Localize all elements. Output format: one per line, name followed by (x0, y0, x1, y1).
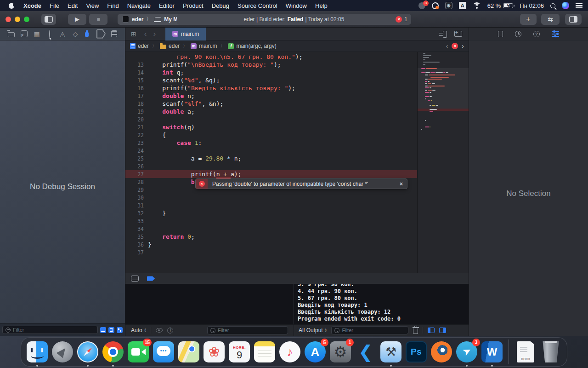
dock-docx-file[interactable]: DOCX (514, 340, 537, 363)
editor-layout-button[interactable]: ⇆ (541, 14, 560, 25)
forward-button[interactable]: › (150, 30, 159, 38)
error-annotation[interactable]: × Passing 'double' to parameter of incom… (195, 178, 407, 189)
show-variables-pane-icon[interactable] (428, 328, 435, 333)
dock-launchpad[interactable] (51, 340, 74, 363)
camera-lens-icon[interactable] (432, 2, 439, 9)
variables-view[interactable] (125, 284, 294, 324)
code-line-30[interactable]: 30 (125, 194, 417, 201)
navigator-tab-source-control[interactable] (19, 29, 28, 39)
wifi-icon[interactable] (473, 2, 481, 9)
code-line-26[interactable]: 26 (125, 162, 417, 170)
apple-menu-icon[interactable] (8, 2, 15, 9)
attributes-inspector-icon[interactable] (552, 31, 559, 37)
input-source-icon[interactable]: A (459, 2, 466, 9)
app-notification-icon[interactable]: 3 (418, 2, 425, 9)
siri-icon[interactable] (562, 2, 569, 9)
code-line-22[interactable]: 22{ (125, 131, 417, 139)
issue-badge-icon[interactable]: × (452, 43, 458, 49)
battery-icon[interactable]: 62 %ϟ (487, 2, 514, 9)
code-line-21[interactable]: 21switch(q) (125, 123, 417, 131)
zoom-window-button[interactable] (24, 17, 29, 22)
error-badge-icon[interactable]: × (396, 16, 402, 23)
variables-scope-dropdown[interactable]: Auto ∧∨ (131, 327, 146, 334)
dock-photos[interactable]: ❀ (203, 340, 226, 363)
dock-xcode[interactable]: ⚒ (379, 340, 402, 363)
menu-item-help[interactable]: Help (311, 2, 332, 9)
activity-status[interactable]: eder | Build eder: Failed | Today at 02:… (177, 14, 411, 25)
variables-filter-input[interactable]: Filter (207, 326, 288, 334)
code-line-35[interactable]: 35return 0; (125, 233, 417, 241)
dock-blender[interactable] (430, 340, 453, 363)
source-editor[interactable]: грн. 90 коп.\n5. 67 грн. 80 коп.");13pri… (125, 52, 469, 273)
menu-item-xcode[interactable]: Xcode (19, 2, 45, 9)
console-view[interactable]: 3. 9 грн. 98 коп.4. 44 грн. 90 коп.5. 67… (294, 284, 469, 324)
navigator-tab-tests[interactable] (71, 29, 80, 39)
navigator-tab-find[interactable] (45, 29, 54, 39)
navigator-tab-debug[interactable] (84, 29, 93, 39)
code-line-34[interactable]: 34 (125, 225, 417, 233)
code-line-25[interactable]: 25a = 29.80 * n; (125, 155, 417, 162)
menu-item-debug[interactable]: Debug (208, 2, 233, 9)
dock-calendar[interactable]: НОЯБ.9 (228, 340, 251, 363)
dock-safari[interactable] (76, 340, 99, 363)
library-button[interactable]: + (520, 14, 537, 25)
menu-item-product[interactable]: Product (179, 2, 208, 9)
clock-icon[interactable]: Пн 02:06 (520, 2, 544, 9)
breakpoints-enabled-icon[interactable] (147, 276, 155, 282)
dock-settings[interactable]: ⚙1 (329, 340, 352, 363)
prev-issue-button[interactable]: ‹ (446, 42, 448, 50)
breadcrumb-item-main-argc-argv-[interactable]: fmain(argc, argv) (228, 43, 276, 49)
dock-vscode[interactable]: ❮ (354, 340, 377, 363)
code-line-19[interactable]: 19double a; (125, 108, 417, 115)
dock-debug-grid-toggle[interactable] (117, 327, 123, 333)
breadcrumb-item-eder[interactable]: eder (130, 43, 149, 49)
code-line-36[interactable]: 36} (125, 241, 417, 248)
minimap[interactable] (417, 52, 469, 273)
run-button[interactable]: ▶ (68, 14, 86, 25)
menu-item-source-control[interactable]: Source Control (233, 2, 282, 9)
console-filter-input[interactable]: Filter (331, 326, 408, 334)
quick-help-inspector-icon[interactable]: ? (533, 31, 540, 37)
control-center-icon[interactable] (576, 3, 582, 8)
code-line-27[interactable]: 27printf(n + a); (125, 170, 417, 178)
dock-debug-bottom-toggle[interactable] (100, 327, 106, 333)
show-console-pane-icon[interactable] (439, 328, 446, 333)
dock-notes[interactable] (253, 340, 276, 363)
code-line-15[interactable]: 15scanf("%d", &q); (125, 76, 417, 84)
dock-appstore[interactable]: A5 (304, 340, 327, 363)
hide-debug-area-icon[interactable] (131, 276, 139, 282)
menu-item-file[interactable]: File (45, 2, 63, 9)
code-line-33[interactable]: 33 (125, 217, 417, 225)
minimap-toggle-icon[interactable] (439, 31, 447, 37)
console-output-dropdown[interactable]: All Output ∧∨ (299, 327, 327, 334)
tab-overview-icon[interactable]: ⊞ (131, 30, 136, 38)
shutter-icon[interactable]: ❋ (445, 2, 452, 9)
error-close-icon[interactable]: × (396, 181, 407, 187)
code-line-20[interactable]: 20 (125, 115, 417, 123)
breadcrumb-item-main-m[interactable]: mmain.m (191, 43, 217, 49)
dock-maps[interactable] (177, 340, 200, 363)
dock-telegram[interactable]: ➤3 (455, 340, 478, 363)
quicklook-icon[interactable] (156, 328, 163, 333)
breadcrumb-item-eder[interactable]: eder (160, 43, 180, 49)
stop-button[interactable]: ■ (89, 14, 107, 25)
navigator-filter-input[interactable]: Filter (2, 326, 98, 334)
toggle-navigator-button[interactable] (41, 14, 56, 25)
next-issue-button[interactable]: › (462, 42, 464, 50)
add-editor-icon[interactable] (454, 31, 462, 37)
dock-chrome[interactable] (102, 340, 124, 363)
close-window-button[interactable] (6, 17, 11, 22)
code-line[interactable]: грн. 90 коп.\n5. 67 грн. 80 коп."); (125, 53, 417, 61)
menu-item-edit[interactable]: Edit (63, 2, 82, 9)
spotlight-icon[interactable] (550, 3, 555, 8)
code-line-18[interactable]: 18scanf("%lf", &n); (125, 100, 417, 108)
dock-photoshop[interactable]: Ps (405, 340, 428, 363)
code-line-16[interactable]: 16printf("Введіть кількість товару: "); (125, 84, 417, 92)
code-line-17[interactable]: 17double n; (125, 92, 417, 100)
dock-finder[interactable] (26, 340, 49, 363)
navigator-tab-issues[interactable] (58, 29, 67, 39)
dock-messages[interactable] (152, 340, 175, 363)
dock-music[interactable]: ♪ (278, 340, 301, 363)
menu-item-navigate[interactable]: Navigate (123, 2, 155, 9)
code-line-31[interactable]: 31 (125, 201, 417, 209)
